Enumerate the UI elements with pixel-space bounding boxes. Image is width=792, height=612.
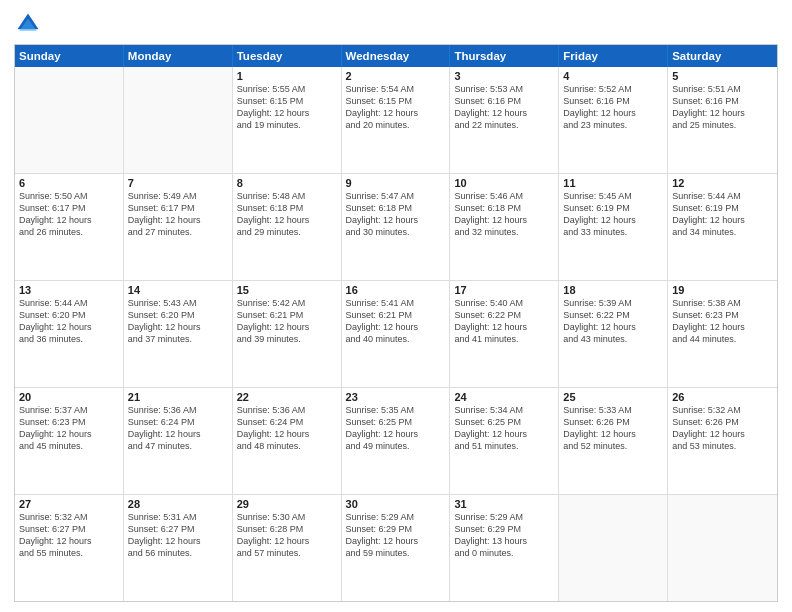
calendar-header-cell-saturday: Saturday bbox=[668, 45, 777, 67]
calendar-week-2: 13Sunrise: 5:44 AM Sunset: 6:20 PM Dayli… bbox=[15, 280, 777, 387]
day-number: 16 bbox=[346, 284, 446, 296]
calendar-body: 1Sunrise: 5:55 AM Sunset: 6:15 PM Daylig… bbox=[15, 67, 777, 601]
day-info: Sunrise: 5:32 AM Sunset: 6:27 PM Dayligh… bbox=[19, 511, 119, 560]
day-number: 26 bbox=[672, 391, 773, 403]
calendar-cell-17: 17Sunrise: 5:40 AM Sunset: 6:22 PM Dayli… bbox=[450, 281, 559, 387]
calendar-cell-14: 14Sunrise: 5:43 AM Sunset: 6:20 PM Dayli… bbox=[124, 281, 233, 387]
day-number: 15 bbox=[237, 284, 337, 296]
day-number: 27 bbox=[19, 498, 119, 510]
calendar-cell-6: 6Sunrise: 5:50 AM Sunset: 6:17 PM Daylig… bbox=[15, 174, 124, 280]
day-number: 2 bbox=[346, 70, 446, 82]
calendar-cell-9: 9Sunrise: 5:47 AM Sunset: 6:18 PM Daylig… bbox=[342, 174, 451, 280]
calendar-week-0: 1Sunrise: 5:55 AM Sunset: 6:15 PM Daylig… bbox=[15, 67, 777, 173]
day-info: Sunrise: 5:54 AM Sunset: 6:15 PM Dayligh… bbox=[346, 83, 446, 132]
day-info: Sunrise: 5:41 AM Sunset: 6:21 PM Dayligh… bbox=[346, 297, 446, 346]
day-info: Sunrise: 5:55 AM Sunset: 6:15 PM Dayligh… bbox=[237, 83, 337, 132]
calendar-cell-12: 12Sunrise: 5:44 AM Sunset: 6:19 PM Dayli… bbox=[668, 174, 777, 280]
day-number: 7 bbox=[128, 177, 228, 189]
day-info: Sunrise: 5:32 AM Sunset: 6:26 PM Dayligh… bbox=[672, 404, 773, 453]
calendar-header-cell-sunday: Sunday bbox=[15, 45, 124, 67]
day-number: 28 bbox=[128, 498, 228, 510]
day-info: Sunrise: 5:40 AM Sunset: 6:22 PM Dayligh… bbox=[454, 297, 554, 346]
calendar-week-4: 27Sunrise: 5:32 AM Sunset: 6:27 PM Dayli… bbox=[15, 494, 777, 601]
day-info: Sunrise: 5:33 AM Sunset: 6:26 PM Dayligh… bbox=[563, 404, 663, 453]
day-info: Sunrise: 5:38 AM Sunset: 6:23 PM Dayligh… bbox=[672, 297, 773, 346]
calendar-cell-16: 16Sunrise: 5:41 AM Sunset: 6:21 PM Dayli… bbox=[342, 281, 451, 387]
day-info: Sunrise: 5:36 AM Sunset: 6:24 PM Dayligh… bbox=[237, 404, 337, 453]
calendar-cell-21: 21Sunrise: 5:36 AM Sunset: 6:24 PM Dayli… bbox=[124, 388, 233, 494]
calendar-header-cell-wednesday: Wednesday bbox=[342, 45, 451, 67]
day-number: 20 bbox=[19, 391, 119, 403]
day-number: 18 bbox=[563, 284, 663, 296]
day-number: 9 bbox=[346, 177, 446, 189]
day-number: 25 bbox=[563, 391, 663, 403]
calendar-cell-11: 11Sunrise: 5:45 AM Sunset: 6:19 PM Dayli… bbox=[559, 174, 668, 280]
calendar-cell-1: 1Sunrise: 5:55 AM Sunset: 6:15 PM Daylig… bbox=[233, 67, 342, 173]
day-info: Sunrise: 5:47 AM Sunset: 6:18 PM Dayligh… bbox=[346, 190, 446, 239]
calendar-cell-empty-4-5 bbox=[559, 495, 668, 601]
day-info: Sunrise: 5:29 AM Sunset: 6:29 PM Dayligh… bbox=[346, 511, 446, 560]
calendar-cell-10: 10Sunrise: 5:46 AM Sunset: 6:18 PM Dayli… bbox=[450, 174, 559, 280]
calendar-cell-20: 20Sunrise: 5:37 AM Sunset: 6:23 PM Dayli… bbox=[15, 388, 124, 494]
day-number: 17 bbox=[454, 284, 554, 296]
calendar: SundayMondayTuesdayWednesdayThursdayFrid… bbox=[14, 44, 778, 602]
calendar-cell-4: 4Sunrise: 5:52 AM Sunset: 6:16 PM Daylig… bbox=[559, 67, 668, 173]
calendar-cell-27: 27Sunrise: 5:32 AM Sunset: 6:27 PM Dayli… bbox=[15, 495, 124, 601]
calendar-header-cell-monday: Monday bbox=[124, 45, 233, 67]
day-number: 10 bbox=[454, 177, 554, 189]
day-number: 21 bbox=[128, 391, 228, 403]
calendar-cell-29: 29Sunrise: 5:30 AM Sunset: 6:28 PM Dayli… bbox=[233, 495, 342, 601]
calendar-cell-31: 31Sunrise: 5:29 AM Sunset: 6:29 PM Dayli… bbox=[450, 495, 559, 601]
day-number: 19 bbox=[672, 284, 773, 296]
day-number: 6 bbox=[19, 177, 119, 189]
logo bbox=[14, 10, 46, 38]
day-number: 1 bbox=[237, 70, 337, 82]
day-number: 4 bbox=[563, 70, 663, 82]
day-number: 3 bbox=[454, 70, 554, 82]
day-number: 22 bbox=[237, 391, 337, 403]
calendar-header-row: SundayMondayTuesdayWednesdayThursdayFrid… bbox=[15, 45, 777, 67]
day-info: Sunrise: 5:46 AM Sunset: 6:18 PM Dayligh… bbox=[454, 190, 554, 239]
calendar-cell-empty-0-0 bbox=[15, 67, 124, 173]
calendar-cell-8: 8Sunrise: 5:48 AM Sunset: 6:18 PM Daylig… bbox=[233, 174, 342, 280]
calendar-cell-28: 28Sunrise: 5:31 AM Sunset: 6:27 PM Dayli… bbox=[124, 495, 233, 601]
day-info: Sunrise: 5:45 AM Sunset: 6:19 PM Dayligh… bbox=[563, 190, 663, 239]
day-number: 30 bbox=[346, 498, 446, 510]
day-number: 12 bbox=[672, 177, 773, 189]
calendar-cell-25: 25Sunrise: 5:33 AM Sunset: 6:26 PM Dayli… bbox=[559, 388, 668, 494]
calendar-week-3: 20Sunrise: 5:37 AM Sunset: 6:23 PM Dayli… bbox=[15, 387, 777, 494]
day-number: 29 bbox=[237, 498, 337, 510]
day-info: Sunrise: 5:43 AM Sunset: 6:20 PM Dayligh… bbox=[128, 297, 228, 346]
day-info: Sunrise: 5:49 AM Sunset: 6:17 PM Dayligh… bbox=[128, 190, 228, 239]
day-number: 24 bbox=[454, 391, 554, 403]
calendar-cell-3: 3Sunrise: 5:53 AM Sunset: 6:16 PM Daylig… bbox=[450, 67, 559, 173]
calendar-cell-empty-4-6 bbox=[668, 495, 777, 601]
day-info: Sunrise: 5:51 AM Sunset: 6:16 PM Dayligh… bbox=[672, 83, 773, 132]
day-info: Sunrise: 5:36 AM Sunset: 6:24 PM Dayligh… bbox=[128, 404, 228, 453]
calendar-cell-26: 26Sunrise: 5:32 AM Sunset: 6:26 PM Dayli… bbox=[668, 388, 777, 494]
day-number: 31 bbox=[454, 498, 554, 510]
day-number: 23 bbox=[346, 391, 446, 403]
day-info: Sunrise: 5:50 AM Sunset: 6:17 PM Dayligh… bbox=[19, 190, 119, 239]
calendar-header-cell-thursday: Thursday bbox=[450, 45, 559, 67]
day-info: Sunrise: 5:30 AM Sunset: 6:28 PM Dayligh… bbox=[237, 511, 337, 560]
calendar-cell-15: 15Sunrise: 5:42 AM Sunset: 6:21 PM Dayli… bbox=[233, 281, 342, 387]
calendar-cell-18: 18Sunrise: 5:39 AM Sunset: 6:22 PM Dayli… bbox=[559, 281, 668, 387]
calendar-header-cell-tuesday: Tuesday bbox=[233, 45, 342, 67]
logo-icon bbox=[14, 10, 42, 38]
day-number: 14 bbox=[128, 284, 228, 296]
day-info: Sunrise: 5:53 AM Sunset: 6:16 PM Dayligh… bbox=[454, 83, 554, 132]
day-info: Sunrise: 5:34 AM Sunset: 6:25 PM Dayligh… bbox=[454, 404, 554, 453]
calendar-cell-30: 30Sunrise: 5:29 AM Sunset: 6:29 PM Dayli… bbox=[342, 495, 451, 601]
calendar-cell-empty-0-1 bbox=[124, 67, 233, 173]
day-info: Sunrise: 5:29 AM Sunset: 6:29 PM Dayligh… bbox=[454, 511, 554, 560]
day-info: Sunrise: 5:35 AM Sunset: 6:25 PM Dayligh… bbox=[346, 404, 446, 453]
calendar-cell-22: 22Sunrise: 5:36 AM Sunset: 6:24 PM Dayli… bbox=[233, 388, 342, 494]
calendar-cell-19: 19Sunrise: 5:38 AM Sunset: 6:23 PM Dayli… bbox=[668, 281, 777, 387]
page: SundayMondayTuesdayWednesdayThursdayFrid… bbox=[0, 0, 792, 612]
calendar-cell-24: 24Sunrise: 5:34 AM Sunset: 6:25 PM Dayli… bbox=[450, 388, 559, 494]
day-info: Sunrise: 5:52 AM Sunset: 6:16 PM Dayligh… bbox=[563, 83, 663, 132]
day-info: Sunrise: 5:42 AM Sunset: 6:21 PM Dayligh… bbox=[237, 297, 337, 346]
calendar-cell-23: 23Sunrise: 5:35 AM Sunset: 6:25 PM Dayli… bbox=[342, 388, 451, 494]
day-number: 5 bbox=[672, 70, 773, 82]
